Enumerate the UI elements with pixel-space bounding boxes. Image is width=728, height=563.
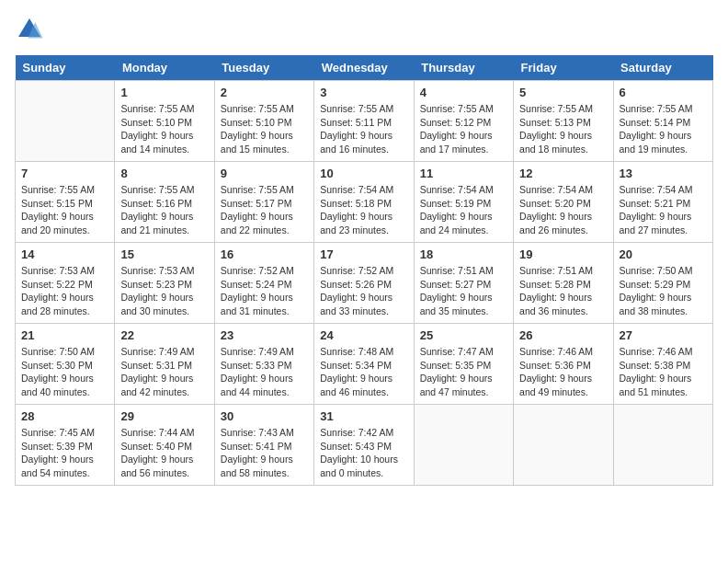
day-number: 12 — [519, 167, 607, 180]
day-info: Sunrise: 7:55 AMSunset: 5:11 PMDaylight:… — [320, 102, 407, 156]
weekday-header: Sunday — [16, 55, 115, 81]
day-info: Sunrise: 7:53 AMSunset: 5:22 PMDaylight:… — [21, 264, 108, 318]
day-number: 6 — [620, 86, 707, 99]
weekday-header: Friday — [514, 55, 613, 81]
day-number: 16 — [221, 247, 308, 261]
day-number: 31 — [320, 409, 407, 423]
calendar-day-cell: 16Sunrise: 7:52 AMSunset: 5:24 PMDayligh… — [214, 243, 313, 324]
calendar-day-cell: 15Sunrise: 7:53 AMSunset: 5:23 PMDayligh… — [115, 243, 214, 324]
calendar-header: SundayMondayTuesdayWednesdayThursdayFrid… — [16, 55, 713, 81]
calendar-day-cell: 6Sunrise: 7:55 AMSunset: 5:14 PMDaylight… — [613, 81, 712, 162]
day-info: Sunrise: 7:55 AMSunset: 5:12 PMDaylight:… — [420, 102, 507, 156]
calendar-body: 1Sunrise: 7:55 AMSunset: 5:10 PMDaylight… — [16, 81, 713, 486]
day-number: 5 — [519, 86, 607, 99]
calendar-day-cell: 27Sunrise: 7:46 AMSunset: 5:38 PMDayligh… — [613, 324, 712, 405]
day-number: 23 — [221, 328, 308, 342]
day-number: 25 — [420, 328, 507, 342]
day-number: 28 — [21, 409, 108, 423]
day-number: 14 — [21, 247, 108, 261]
day-number: 4 — [420, 86, 507, 99]
calendar-day-cell: 14Sunrise: 7:53 AMSunset: 5:22 PMDayligh… — [16, 243, 115, 324]
day-number: 26 — [519, 328, 607, 342]
day-number: 2 — [221, 86, 308, 99]
calendar-day-cell: 2Sunrise: 7:55 AMSunset: 5:10 PMDaylight… — [214, 81, 313, 162]
calendar-day-cell — [414, 405, 513, 486]
calendar-week-row: 7Sunrise: 7:55 AMSunset: 5:15 PMDaylight… — [16, 162, 713, 243]
weekday-header: Monday — [115, 55, 214, 81]
calendar-day-cell — [16, 81, 115, 162]
day-info: Sunrise: 7:46 AMSunset: 5:38 PMDaylight:… — [620, 345, 707, 399]
calendar-day-cell: 20Sunrise: 7:50 AMSunset: 5:29 PMDayligh… — [613, 243, 712, 324]
day-number: 17 — [320, 247, 407, 261]
calendar-week-row: 21Sunrise: 7:50 AMSunset: 5:30 PMDayligh… — [16, 324, 713, 405]
weekday-header: Tuesday — [214, 55, 313, 81]
day-info: Sunrise: 7:48 AMSunset: 5:34 PMDaylight:… — [320, 345, 407, 399]
day-number: 24 — [320, 328, 407, 342]
day-info: Sunrise: 7:43 AMSunset: 5:41 PMDaylight:… — [221, 426, 308, 480]
day-info: Sunrise: 7:54 AMSunset: 5:19 PMDaylight:… — [420, 183, 507, 237]
day-info: Sunrise: 7:54 AMSunset: 5:21 PMDaylight:… — [620, 183, 707, 237]
calendar-table: SundayMondayTuesdayWednesdayThursdayFrid… — [15, 55, 713, 486]
calendar-day-cell: 8Sunrise: 7:55 AMSunset: 5:16 PMDaylight… — [115, 162, 214, 243]
calendar-day-cell: 17Sunrise: 7:52 AMSunset: 5:26 PMDayligh… — [314, 243, 414, 324]
day-info: Sunrise: 7:55 AMSunset: 5:10 PMDaylight:… — [120, 102, 208, 156]
day-number: 11 — [420, 167, 507, 180]
day-number: 22 — [120, 328, 208, 342]
day-info: Sunrise: 7:55 AMSunset: 5:15 PMDaylight:… — [21, 183, 108, 237]
calendar-day-cell: 7Sunrise: 7:55 AMSunset: 5:15 PMDaylight… — [16, 162, 115, 243]
calendar-day-cell: 29Sunrise: 7:44 AMSunset: 5:40 PMDayligh… — [115, 405, 214, 486]
weekday-header: Saturday — [613, 55, 712, 81]
day-info: Sunrise: 7:55 AMSunset: 5:17 PMDaylight:… — [221, 183, 308, 237]
calendar-day-cell — [613, 405, 712, 486]
calendar-day-cell: 22Sunrise: 7:49 AMSunset: 5:31 PMDayligh… — [115, 324, 214, 405]
calendar-day-cell: 11Sunrise: 7:54 AMSunset: 5:19 PMDayligh… — [414, 162, 513, 243]
day-number: 10 — [320, 167, 407, 180]
calendar-day-cell: 30Sunrise: 7:43 AMSunset: 5:41 PMDayligh… — [214, 405, 313, 486]
calendar-week-row: 1Sunrise: 7:55 AMSunset: 5:10 PMDaylight… — [16, 81, 713, 162]
calendar-day-cell: 31Sunrise: 7:42 AMSunset: 5:43 PMDayligh… — [314, 405, 414, 486]
calendar-day-cell: 10Sunrise: 7:54 AMSunset: 5:18 PMDayligh… — [314, 162, 414, 243]
day-info: Sunrise: 7:50 AMSunset: 5:30 PMDaylight:… — [21, 345, 108, 399]
calendar-day-cell: 5Sunrise: 7:55 AMSunset: 5:13 PMDaylight… — [514, 81, 613, 162]
page-header — [15, 15, 713, 44]
calendar-day-cell: 3Sunrise: 7:55 AMSunset: 5:11 PMDaylight… — [314, 81, 414, 162]
day-info: Sunrise: 7:42 AMSunset: 5:43 PMDaylight:… — [320, 426, 407, 480]
day-number: 3 — [320, 86, 407, 99]
day-info: Sunrise: 7:50 AMSunset: 5:29 PMDaylight:… — [620, 264, 707, 318]
day-info: Sunrise: 7:53 AMSunset: 5:23 PMDaylight:… — [120, 264, 208, 318]
day-number: 1 — [120, 86, 208, 99]
day-number: 21 — [21, 328, 108, 342]
calendar-day-cell: 9Sunrise: 7:55 AMSunset: 5:17 PMDaylight… — [214, 162, 313, 243]
calendar-week-row: 14Sunrise: 7:53 AMSunset: 5:22 PMDayligh… — [16, 243, 713, 324]
day-info: Sunrise: 7:55 AMSunset: 5:16 PMDaylight:… — [120, 183, 208, 237]
day-info: Sunrise: 7:55 AMSunset: 5:13 PMDaylight:… — [519, 102, 607, 156]
calendar-day-cell: 18Sunrise: 7:51 AMSunset: 5:27 PMDayligh… — [414, 243, 513, 324]
calendar-day-cell: 12Sunrise: 7:54 AMSunset: 5:20 PMDayligh… — [514, 162, 613, 243]
day-number: 20 — [620, 247, 707, 261]
day-info: Sunrise: 7:54 AMSunset: 5:18 PMDaylight:… — [320, 183, 407, 237]
day-number: 30 — [221, 409, 308, 423]
weekday-header-row: SundayMondayTuesdayWednesdayThursdayFrid… — [16, 55, 713, 81]
day-number: 13 — [620, 167, 707, 180]
calendar-day-cell: 28Sunrise: 7:45 AMSunset: 5:39 PMDayligh… — [16, 405, 115, 486]
day-number: 19 — [519, 247, 607, 261]
calendar-day-cell: 23Sunrise: 7:49 AMSunset: 5:33 PMDayligh… — [214, 324, 313, 405]
day-info: Sunrise: 7:46 AMSunset: 5:36 PMDaylight:… — [519, 345, 607, 399]
day-number: 18 — [420, 247, 507, 261]
day-info: Sunrise: 7:44 AMSunset: 5:40 PMDaylight:… — [120, 426, 208, 480]
calendar-day-cell: 26Sunrise: 7:46 AMSunset: 5:36 PMDayligh… — [514, 324, 613, 405]
calendar-day-cell: 1Sunrise: 7:55 AMSunset: 5:10 PMDaylight… — [115, 81, 214, 162]
day-info: Sunrise: 7:52 AMSunset: 5:24 PMDaylight:… — [221, 264, 308, 318]
day-info: Sunrise: 7:51 AMSunset: 5:28 PMDaylight:… — [519, 264, 607, 318]
day-number: 15 — [120, 247, 208, 261]
calendar-day-cell: 24Sunrise: 7:48 AMSunset: 5:34 PMDayligh… — [314, 324, 414, 405]
day-number: 9 — [221, 167, 308, 180]
day-info: Sunrise: 7:52 AMSunset: 5:26 PMDaylight:… — [320, 264, 407, 318]
calendar-day-cell: 21Sunrise: 7:50 AMSunset: 5:30 PMDayligh… — [16, 324, 115, 405]
day-info: Sunrise: 7:55 AMSunset: 5:14 PMDaylight:… — [620, 102, 707, 156]
calendar-day-cell: 25Sunrise: 7:47 AMSunset: 5:35 PMDayligh… — [414, 324, 513, 405]
calendar-day-cell — [514, 405, 613, 486]
weekday-header: Wednesday — [314, 55, 414, 81]
calendar-day-cell: 13Sunrise: 7:54 AMSunset: 5:21 PMDayligh… — [613, 162, 712, 243]
calendar-week-row: 28Sunrise: 7:45 AMSunset: 5:39 PMDayligh… — [16, 405, 713, 486]
